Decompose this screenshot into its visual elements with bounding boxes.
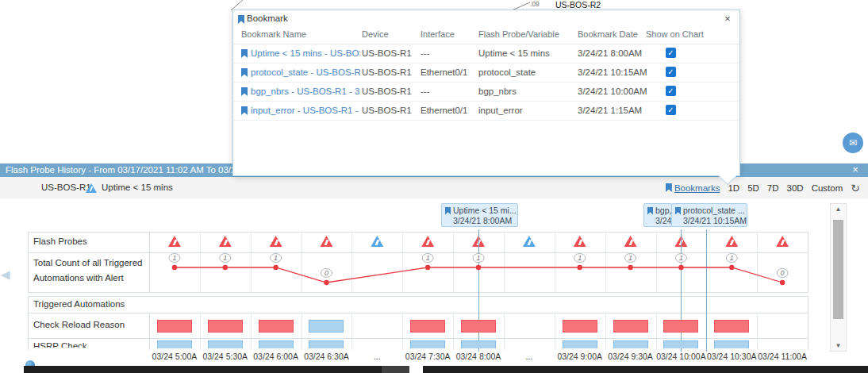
bookmark-device: US-BOS-R1 (362, 44, 412, 63)
bookmark-name-link[interactable]: Uptime < 15 mins - US-BOS (251, 44, 360, 63)
x-axis-label: 03/24 8:00A (453, 352, 504, 361)
chart-vertical-gridline (453, 313, 454, 350)
check-reload-bar-red[interactable] (714, 320, 749, 333)
vertical-scrollbar[interactable]: ▲ ▼ (830, 203, 847, 352)
hsrp-check-bar-blue[interactable] (461, 340, 496, 348)
bookmark-dialog-icon (238, 15, 244, 24)
check-reload-bar-red[interactable] (208, 320, 243, 333)
total-count-line-chart: 11101111110 (149, 252, 808, 292)
check-reload-bar-red[interactable] (157, 320, 192, 333)
chart-vertical-gridline (605, 313, 606, 350)
bookmark-interface: --- (421, 82, 430, 101)
row-label-total-count-2: Automations with Alert (33, 273, 124, 283)
hsrp-check-bar-blue[interactable] (309, 340, 344, 348)
hsrp-check-bar-blue[interactable] (410, 340, 445, 348)
probe-name: Uptime < 15 mins (102, 177, 173, 198)
chart-right-border (808, 232, 808, 292)
bookmark-dialog-close-button[interactable]: × (720, 13, 735, 25)
svg-text:1: 1 (274, 254, 278, 262)
x-axis-label: 03/24 11:00A (757, 352, 808, 361)
range-option-7d[interactable]: 7D (767, 183, 779, 193)
bottom-window-strip-left (24, 366, 382, 373)
bookmark-name-link[interactable]: input_error - US-BOS-R1 - E (251, 101, 360, 120)
flash-probe-alert-icon-red (574, 236, 586, 247)
bookmark-device: US-BOS-R1 (362, 63, 412, 82)
scroll-down-icon[interactable]: ▼ (831, 342, 846, 349)
hsrp-check-bar-blue[interactable] (259, 340, 294, 348)
bookmark-flag[interactable]: protocol_state ...3/24/21 10:15AM (671, 203, 747, 227)
chart-vertical-gridline (251, 313, 252, 350)
bookmark-name-link[interactable]: protocol_state - US-BOS-R1 (251, 63, 360, 82)
chart-vertical-gridline (656, 313, 657, 350)
hsrp-check-bar-blue[interactable] (157, 340, 192, 348)
svg-text:1: 1 (578, 254, 582, 262)
email-fab-button[interactable]: ✉ (843, 133, 863, 153)
flash-probe-alert-icon-red (270, 236, 282, 247)
bookmark-flag[interactable]: bgp,3/24/ (643, 203, 672, 227)
bookmark-row: bgp_nbrs - US-BOS-R1 - 3/2US-BOS-R1---bg… (233, 82, 739, 102)
hsrp-check-bar-blue[interactable] (714, 340, 749, 348)
chart-horizontal-border (28, 232, 808, 233)
range-option-custom[interactable]: Custom (812, 183, 843, 193)
time-range-options: 1D5D7D30DCustom (728, 183, 843, 193)
chart-horizontal-border (28, 292, 808, 293)
range-option-1d[interactable]: 1D (728, 183, 739, 193)
bookmark-name-link[interactable]: bgp_nbrs - US-BOS-R1 - 3/2 (251, 82, 360, 101)
scroll-up-icon[interactable]: ▲ (831, 206, 846, 213)
chart-right-border (808, 296, 808, 350)
flash-probe-alert-icon-red (776, 236, 789, 247)
refresh-icon[interactable]: ↻ (851, 183, 860, 194)
bookmark-row-icon (241, 49, 248, 58)
show-on-chart-checkbox[interactable]: ✓ (666, 67, 676, 77)
bookmark-flag-date: 3/24/21 10:15AM (675, 216, 743, 226)
hsrp-check-bar-blue[interactable] (563, 340, 597, 348)
bookmark-flag[interactable]: Uptime < 15 mi...3/24/21 8:00AM (441, 203, 518, 227)
chart-horizontal-border (28, 296, 808, 297)
bookmarks-link[interactable]: Bookmarks (666, 183, 720, 193)
hsrp-check-bar-blue[interactable] (208, 340, 243, 348)
bookmark-row: Uptime < 15 mins - US-BOSUS-BOS-R1---Upt… (233, 44, 739, 63)
row-label-partial-clip: HSRP Check (33, 340, 87, 348)
chart-vertical-gridline (351, 313, 352, 350)
svg-text:1: 1 (477, 254, 481, 262)
chart-vertical-gridline (504, 313, 505, 350)
hsrp-check-bar-blue[interactable] (663, 340, 698, 348)
check-reload-bar-red[interactable] (461, 320, 496, 333)
hsrp-check-bar-blue[interactable] (613, 340, 648, 348)
check-reload-bar-red[interactable] (410, 320, 445, 333)
map-interface-label: .09 (530, 0, 540, 8)
show-on-chart-checkbox[interactable]: ✓ (666, 86, 676, 96)
col-flash-probe: Flash Probe/Variable (478, 29, 559, 39)
check-reload-bar-red[interactable] (663, 320, 698, 333)
flash-probe-alert-icon-red (320, 236, 332, 247)
collapse-panel-handle[interactable]: ◀ (1, 267, 10, 282)
chart-vertical-gridline (555, 313, 555, 350)
show-on-chart-checkbox[interactable]: ✓ (666, 105, 676, 115)
bookmark-date: 3/24/21 10:00AM (578, 82, 647, 101)
chart-vertical-gridline (200, 313, 201, 350)
svg-text:0: 0 (781, 269, 785, 277)
range-option-30d[interactable]: 30D (787, 183, 804, 193)
bookmark-flag-icon (445, 207, 451, 215)
bookmarks-link-label: Bookmarks (674, 183, 720, 193)
check-reload-bar-red[interactable] (613, 320, 648, 333)
device-name: US-BOS-R1 (41, 177, 91, 198)
x-axis-label: 03/24 10:30A (706, 352, 757, 361)
bookmark-date: 3/24/21 10:15AM (578, 63, 647, 82)
scrollbar-thumb[interactable] (833, 220, 843, 319)
bookmark-probe: input_error (478, 101, 523, 120)
svg-text:1: 1 (172, 254, 176, 262)
col-show-on-chart: Show on Chart (646, 29, 704, 39)
bottom-window-strip-mid (382, 366, 409, 373)
panel-close-button[interactable]: × (847, 163, 863, 177)
check-reload-bar-red[interactable] (563, 320, 597, 333)
bookmark-date: 3/24/21 8:00AM (578, 44, 642, 63)
svg-text:0: 0 (325, 269, 328, 277)
bookmark-interface: Ethernet0/1 (421, 101, 467, 120)
check-reload-bar-blue[interactable] (309, 320, 344, 333)
row-label-triggered-automations: Triggered Automations (33, 299, 125, 309)
range-option-5d[interactable]: 5D (747, 183, 759, 193)
check-reload-bar-red[interactable] (259, 320, 294, 333)
flash-probe-alert-icon-blue (523, 236, 536, 247)
show-on-chart-checkbox[interactable]: ✓ (666, 48, 676, 58)
